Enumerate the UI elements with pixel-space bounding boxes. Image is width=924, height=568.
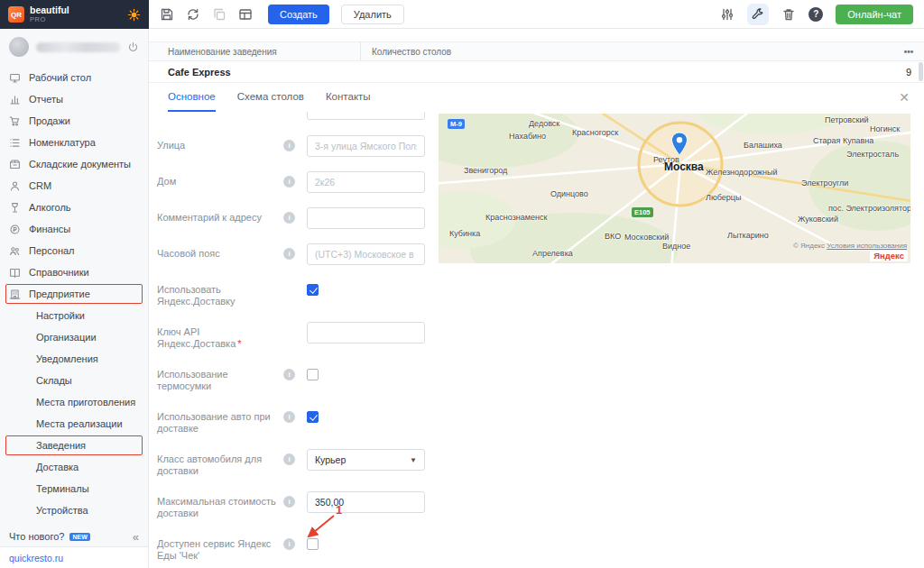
info-icon[interactable]: i xyxy=(283,538,295,550)
sidebar-item[interactable]: Номенклатура xyxy=(0,132,148,153)
sidebar-item[interactable]: Рабочий стол xyxy=(0,67,148,88)
brand-area: QR beautiful PRO xyxy=(0,0,149,29)
info-icon[interactable]: i xyxy=(283,453,295,465)
map-town-label: Красногорск xyxy=(572,128,618,137)
sync-icon[interactable] xyxy=(186,7,200,22)
table-scrollbar-thumb[interactable] xyxy=(919,62,923,81)
map-town-label: Апрелевка xyxy=(532,249,573,258)
tab-Схема столов[interactable]: Схема столов xyxy=(237,83,304,112)
field-label: Дом xyxy=(157,176,283,193)
field-label: Доступен сервис Яндекс Еды 'Чек' xyxy=(157,538,283,562)
column-header-name[interactable]: Наименование заведения xyxy=(149,42,360,60)
sidebar-item[interactable]: Доставка xyxy=(0,456,148,478)
sidebar-item[interactable]: Склады xyxy=(0,370,148,391)
sidebar-item[interactable]: Персонал xyxy=(0,240,148,261)
directories-icon xyxy=(9,267,22,279)
map-terms-link[interactable]: Условия использования xyxy=(827,242,907,250)
form-row: Использование авто при доставкеi xyxy=(157,407,447,435)
info-icon[interactable]: i xyxy=(283,496,295,508)
info-icon[interactable]: i xyxy=(283,411,295,423)
checkbox[interactable] xyxy=(307,284,319,296)
text-input[interactable] xyxy=(307,491,425,513)
field-label: Использование авто при доставке xyxy=(157,411,283,435)
table-row[interactable]: Cafe Express 9 xyxy=(149,61,924,83)
select-dropdown[interactable]: Курьер▼ xyxy=(307,449,425,471)
checkbox[interactable] xyxy=(307,369,319,380)
tab-Основное[interactable]: Основное xyxy=(168,83,216,112)
text-input[interactable] xyxy=(307,322,425,344)
toolbar: Создать Удалить ? Онлайн-чат xyxy=(149,0,924,29)
info-icon[interactable]: i xyxy=(283,248,295,260)
finance-icon xyxy=(9,224,22,235)
toolbar-right: ? Онлайн-чат xyxy=(720,4,913,25)
map-town-label: ВКО xyxy=(605,232,621,241)
form-row: Использование термосумкиi xyxy=(157,364,447,392)
sidebar-item[interactable]: Складские документы xyxy=(0,153,148,175)
delete-button[interactable]: Удалить xyxy=(341,5,404,24)
column-header-tables[interactable]: Количество столов xyxy=(360,42,893,60)
info-icon[interactable]: i xyxy=(283,140,295,151)
text-input[interactable] xyxy=(307,171,425,193)
avatar[interactable] xyxy=(9,37,29,57)
sidebar-item[interactable]: Предприятие xyxy=(0,283,148,305)
tools-icon[interactable] xyxy=(747,4,769,25)
form-row: Ключ API Яндекс.Доставка* xyxy=(157,322,447,350)
sidebar-item[interactable]: Справочники xyxy=(0,261,148,283)
map-town-label: Лыткарино xyxy=(727,231,769,240)
sidebar-item[interactable]: Терминалы xyxy=(0,478,148,499)
text-input[interactable] xyxy=(307,207,425,229)
text-input[interactable] xyxy=(307,112,425,120)
sidebar-item[interactable]: Продажи xyxy=(0,110,148,132)
sidebar-item-label: Терминалы xyxy=(36,483,89,494)
sidebar: Рабочий столОтчетыПродажиНоменклатураСкл… xyxy=(0,29,149,568)
map-town-label: Люберцы xyxy=(706,193,741,202)
layout-icon[interactable] xyxy=(238,7,253,22)
online-chat-button[interactable]: Онлайн-чат xyxy=(836,5,913,24)
map-town-label: Звенигород xyxy=(464,166,507,175)
save-icon[interactable] xyxy=(160,7,174,22)
collapse-sidebar-icon[interactable]: « xyxy=(133,530,139,544)
field-label: Комментарий к адресу xyxy=(157,212,283,229)
sidebar-item[interactable]: Отчеты xyxy=(0,88,148,110)
sidebar-item[interactable]: Устройства xyxy=(0,499,148,521)
text-input[interactable] xyxy=(307,243,425,265)
field-label: Часовой пояс xyxy=(157,248,283,265)
form-row: Домi xyxy=(157,171,447,193)
more-options-icon[interactable]: ••• xyxy=(893,42,924,60)
sidebar-item[interactable]: Алкоголь xyxy=(0,197,148,218)
sidebar-item[interactable]: Уведомления xyxy=(0,348,148,370)
theme-sun-icon[interactable] xyxy=(127,8,141,22)
copy-icon[interactable] xyxy=(212,7,226,22)
checkbox[interactable] xyxy=(307,538,319,550)
whats-new-item[interactable]: Что нового? NEW « xyxy=(0,527,148,546)
sidebar-item[interactable]: Заведения xyxy=(0,435,148,456)
form-row: Комментарий к адресуi xyxy=(157,207,447,229)
sidebar-item[interactable]: Места приготовления xyxy=(0,391,148,413)
field-label: Улица xyxy=(157,140,283,157)
trash-icon[interactable] xyxy=(781,7,796,22)
form-fields: УлицаiДомiКомментарий к адресуiЧасовой п… xyxy=(149,112,447,568)
info-icon[interactable]: i xyxy=(283,212,295,224)
info-icon[interactable]: i xyxy=(283,369,295,380)
sidebar-item[interactable]: Финансы xyxy=(0,218,148,240)
logout-power-icon[interactable] xyxy=(127,41,139,53)
sidebar-item[interactable]: Организации xyxy=(0,326,148,348)
main-panel: Наименование заведения Количество столов… xyxy=(149,29,924,568)
sidebar-item-label: Финансы xyxy=(29,224,70,234)
yandex-map[interactable]: ДедовскНахабиноКрасногорскПетровскийНоги… xyxy=(439,114,910,263)
form-row: Максимальная стоимость доставкиi xyxy=(157,491,447,519)
map-pin-icon[interactable] xyxy=(670,132,688,157)
help-icon[interactable]: ? xyxy=(808,7,823,22)
filter-sliders-icon[interactable] xyxy=(720,7,735,22)
create-button[interactable]: Создать xyxy=(268,5,329,24)
close-icon[interactable]: ✕ xyxy=(899,90,910,105)
text-input[interactable] xyxy=(307,135,425,157)
quickresto-link[interactable]: quickresto.ru xyxy=(9,553,63,563)
tab-Контакты[interactable]: Контакты xyxy=(326,83,371,112)
form-row xyxy=(157,112,447,120)
info-icon[interactable]: i xyxy=(283,176,295,188)
sidebar-item[interactable]: Места реализации xyxy=(0,413,148,435)
sidebar-item[interactable]: CRM xyxy=(0,175,148,197)
checkbox[interactable] xyxy=(307,411,319,423)
sidebar-item[interactable]: Настройки xyxy=(0,305,148,326)
